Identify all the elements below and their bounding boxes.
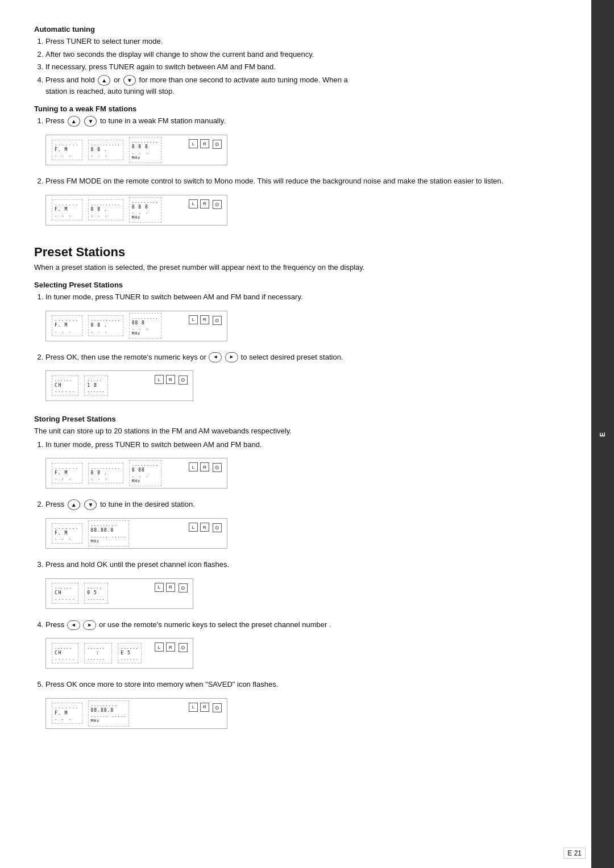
nav2-right-icon: ►	[83, 620, 96, 631]
icon-r-7: R	[166, 583, 175, 592]
weak-step-1: Press ▲ ▼ to tune in a weak FM station m…	[45, 115, 512, 127]
tuner-display-3: ....... F. M . . . .......... 8 8 . . . …	[45, 311, 227, 341]
icon-mono-1: ⊙	[213, 140, 222, 149]
up-arrow-btn: ▲	[97, 75, 111, 86]
page-number: E 21	[563, 848, 586, 859]
weak-up-btn: ▲	[67, 116, 81, 127]
icon-l-1: L	[189, 139, 198, 148]
seg-band-9: ....... F. M . . .	[52, 703, 82, 724]
display-icons-2: L R ⊙	[188, 199, 222, 209]
display-icons-9: L R ⊙	[188, 702, 222, 712]
preset-stations-heading: Preset Stations	[34, 245, 512, 260]
tuner-display-6: ....... F. M . . . ......... 88.88.8 ...…	[45, 518, 227, 549]
auto-step-3: If necessary, press TUNER again to switc…	[45, 61, 512, 73]
seg-band-2: ....... F. M . . .	[52, 199, 82, 220]
display-box-1: ....... F. M . . . .......... 8 8 . . . …	[45, 130, 512, 171]
icon-mono-3: ⊙	[213, 316, 222, 325]
store-step-1: In tuner mode, press TUNER to switch bet…	[45, 439, 512, 450]
icon-r-2: R	[200, 199, 209, 208]
tuner-display-1: ....... F. M . . . .......... 8 8 . . . …	[45, 135, 227, 165]
down-arrow-btn: ▼	[122, 75, 137, 86]
seg-num-8: ...... E 5 ......	[118, 643, 141, 664]
icon-l-4: L	[155, 375, 164, 384]
tuning-weak-section: Tuning to a weak FM stations Press ▲ ▼ t…	[34, 105, 512, 231]
display-box-4: ...... CH ...... ..... 1 8 ...... L R	[45, 366, 512, 407]
icon-mono-2: ⊙	[213, 200, 222, 209]
select-step-2: Press OK, then use the remote's numeric …	[45, 352, 512, 363]
store-step-4: Press ◄ ► or use the remote's numeric ke…	[45, 619, 512, 631]
seg-ch-8: ...... CH ......	[52, 643, 78, 664]
display-box-6: ....... F. M . . . ......... 88.88.8 ...…	[45, 514, 512, 554]
icon-r-4: R	[166, 375, 175, 384]
tuner-display-8: ...... CH ...... ...... : ...... ...... …	[45, 638, 193, 669]
display-content-4: ...... CH ...... ..... 1 8 ......	[52, 375, 108, 397]
storing-preset-title: Storing Preset Stations	[34, 415, 512, 423]
icon-r-5: R	[200, 462, 209, 471]
icon-r-6: R	[200, 523, 209, 532]
store-down-icon: ▼	[84, 499, 97, 510]
display-content-5: ....... F. M . . . .......... 8 8 . . . …	[52, 460, 161, 486]
nav-left-icon: ◄	[209, 352, 222, 362]
seg-mhz-5: ......... 8 88 . . . MHz	[129, 460, 161, 486]
weak-down-btn: ▼	[83, 116, 98, 127]
icon-mono-4: ⊙	[179, 375, 188, 385]
preset-stations-subtext: When a preset station is selected, the p…	[34, 262, 512, 273]
nav-right-icon: ►	[225, 352, 238, 362]
auto-step-2: After two seconds the display will chang…	[45, 49, 512, 60]
display-icons-5: L R ⊙	[188, 462, 222, 472]
seg-num-4: ..... 1 8 ......	[84, 375, 107, 397]
icon-l-3: L	[189, 315, 198, 324]
nav-right-btn: ►	[225, 352, 239, 362]
seg-num-7: ..... 0 5 ......	[84, 583, 107, 604]
display-icons-3: L R ⊙	[188, 315, 222, 325]
icon-mono-6: ⊙	[213, 523, 222, 532]
seg-dots-8: ...... : ......	[84, 643, 112, 664]
store-step-2: Press ▲ ▼ to tune in the desired station…	[45, 499, 512, 510]
weak-step-2: Press FM MODE on the remote control to s…	[45, 176, 512, 187]
icon-l-2: L	[189, 199, 198, 208]
display-icons-1: L R ⊙	[188, 139, 222, 149]
weak-up-icon: ▲	[68, 116, 80, 127]
selecting-preset-section: Selecting Preset Stations In tuner mode,…	[34, 281, 512, 407]
icon-mono-9: ⊙	[213, 703, 222, 712]
icon-r-1: R	[200, 139, 209, 148]
icon-mono-7: ⊙	[179, 583, 188, 592]
icon-mono-8: ⊙	[179, 643, 188, 652]
tuner-display-5: ....... F. M . . . .......... 8 8 . . . …	[45, 458, 227, 489]
store-down-btn: ▼	[83, 499, 98, 510]
tuner-display-4: ...... CH ...... ..... 1 8 ...... L R	[45, 370, 193, 401]
store-up-icon: ▲	[68, 499, 80, 510]
display-content-2: ....... F. M . . . .......... 8 8 . . . …	[52, 197, 161, 223]
display-box-3: ....... F. M . . . .......... 8 8 . . . …	[45, 306, 512, 347]
display-icons-7: L R ⊙	[154, 582, 188, 592]
right-sidebar: E	[591, 0, 614, 868]
select-step-1: In tuner mode, press TUNER to switch bet…	[45, 291, 512, 303]
icon-mono-5: ⊙	[213, 463, 222, 472]
automatic-tuning-section: Automatic tuning Press TUNER to select t…	[34, 25, 512, 97]
icon-l-5: L	[189, 462, 198, 471]
up-arrow-icon: ▲	[98, 75, 110, 86]
icon-l-6: L	[189, 523, 198, 532]
display-content-7: ...... CH ...... ..... 0 5 ......	[52, 583, 108, 604]
display-box-8: ...... CH ...... ...... : ...... ...... …	[45, 633, 512, 674]
seg-band-3: ....... F. M . . .	[52, 315, 82, 336]
display-icons-8: L R ⊙	[154, 642, 188, 652]
sidebar-label: E	[599, 431, 607, 437]
seg-multi-9: ......... 88.88.8 ...... ..... MHz	[88, 700, 130, 727]
storing-intro: The unit can store up to 20 stations in …	[34, 425, 512, 437]
icon-r-9: R	[200, 703, 209, 712]
automatic-tuning-title: Automatic tuning	[34, 25, 512, 34]
display-icons-6: L R ⊙	[188, 522, 222, 532]
store-step-3: Press and hold OK until the preset chann…	[45, 559, 512, 570]
tuner-display-9: ....... F. M . . . ......... 88.88.8 ...…	[45, 698, 227, 729]
seg-freq-5: .......... 8 8 . . . .	[88, 463, 123, 484]
display-content-1: ....... F. M . . . .......... 8 8 . . . …	[52, 137, 161, 163]
icon-l-8: L	[155, 642, 164, 652]
display-content-8: ...... CH ...... ...... : ...... ...... …	[52, 643, 142, 664]
tuner-display-2: ....... F. M . . . .......... 8 8 . . . …	[45, 195, 227, 226]
seg-mhz-3: ......... 88 8 . . . MHz	[129, 313, 161, 339]
nav-left-btn: ◄	[208, 352, 222, 362]
preset-stations-section: Preset Stations When a preset station is…	[34, 245, 512, 735]
selecting-preset-title: Selecting Preset Stations	[34, 281, 512, 289]
seg-ch-7: ...... CH ......	[52, 583, 78, 604]
